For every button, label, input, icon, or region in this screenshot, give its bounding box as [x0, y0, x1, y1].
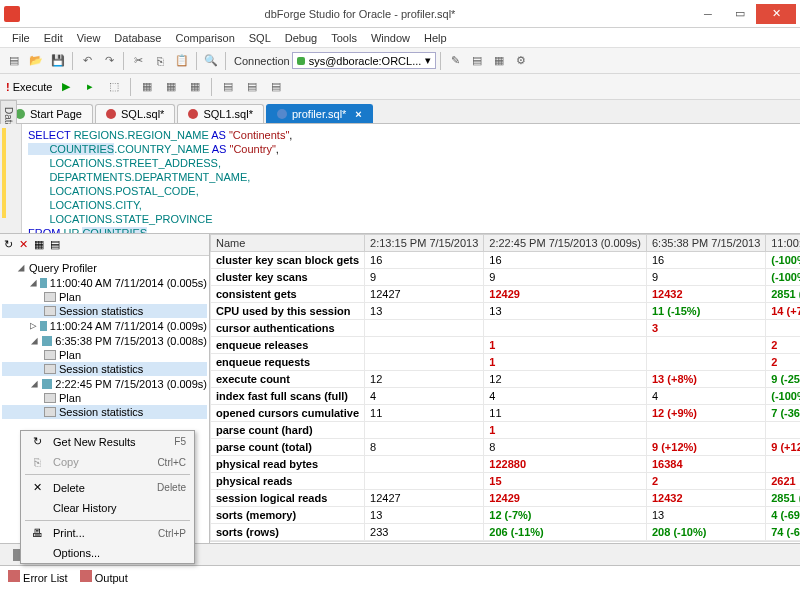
delete-icon[interactable]: ✕: [19, 238, 28, 251]
ctx-options-[interactable]: Options...: [21, 543, 194, 563]
tree-root[interactable]: ◢Query Profiler: [2, 260, 207, 275]
status-error-list[interactable]: Error List: [8, 570, 68, 584]
menu-file[interactable]: File: [6, 30, 36, 46]
stats-grid[interactable]: Name2:13:15 PM 7/15/20132:22:45 PM 7/15/…: [210, 234, 800, 543]
table-row[interactable]: parse count (total)889 (+12%)9 (+12%): [211, 439, 801, 456]
menu-view[interactable]: View: [71, 30, 107, 46]
window-title: dbForge Studio for Oracle - profiler.sql…: [28, 8, 692, 20]
table-row[interactable]: cluster key scans999(-100%): [211, 269, 801, 286]
tree-stats[interactable]: Session statistics: [2, 304, 207, 318]
maximize-button[interactable]: ▭: [724, 4, 756, 24]
table-row[interactable]: physical reads1522621: [211, 473, 801, 490]
menu-comparison[interactable]: Comparison: [169, 30, 240, 46]
new-icon[interactable]: ▤: [4, 51, 24, 71]
tool-c-icon[interactable]: ▦: [489, 51, 509, 71]
tree-plan[interactable]: Plan: [2, 348, 207, 362]
filter-icon[interactable]: ▦: [34, 238, 44, 251]
tree-plan[interactable]: Plan: [2, 391, 207, 405]
run-icon[interactable]: ▶: [56, 77, 76, 97]
column-header[interactable]: 2:13:15 PM 7/15/2013: [365, 235, 484, 252]
search-icon[interactable]: 🔍: [201, 51, 221, 71]
execute-button[interactable]: !Execute: [6, 81, 52, 93]
tb-icon[interactable]: ▦: [161, 77, 181, 97]
menu-tools[interactable]: Tools: [325, 30, 363, 46]
table-row[interactable]: execute count121213 (+8%)9 (-25%): [211, 371, 801, 388]
table-row[interactable]: session logical reads1242712429124322851…: [211, 490, 801, 507]
sql-toolbar: !Execute ▶ ▸ ⬚ ▦ ▦ ▦ ▤ ▤ ▤: [0, 74, 800, 100]
tab-SQL1-sql-[interactable]: SQL1.sql*: [177, 104, 264, 123]
tree-stats[interactable]: Session statistics: [2, 362, 207, 376]
tool-d-icon[interactable]: ⚙: [511, 51, 531, 71]
cut-icon[interactable]: ✂: [128, 51, 148, 71]
ctx-delete[interactable]: ✕DeleteDelete: [21, 477, 194, 498]
menu-edit[interactable]: Edit: [38, 30, 69, 46]
save-icon[interactable]: 💾: [48, 51, 68, 71]
connection-status-icon: [297, 57, 305, 65]
table-row[interactable]: enqueue requests12: [211, 354, 801, 371]
table-row[interactable]: index fast full scans (full)444(-100%): [211, 388, 801, 405]
tb-icon[interactable]: ▦: [137, 77, 157, 97]
paste-icon[interactable]: 📋: [172, 51, 192, 71]
table-row[interactable]: enqueue releases12: [211, 337, 801, 354]
status-bar: Error List Output: [0, 566, 800, 588]
ctx-clear-history[interactable]: Clear History: [21, 498, 194, 518]
table-row[interactable]: physical read bytes12288016384: [211, 456, 801, 473]
menu-help[interactable]: Help: [418, 30, 453, 46]
menu-database[interactable]: Database: [108, 30, 167, 46]
table-row[interactable]: sorts (rows)233206 (-11%)208 (-10%)74 (-…: [211, 524, 801, 541]
undo-icon[interactable]: ↶: [77, 51, 97, 71]
tree-stats[interactable]: Session statistics: [2, 405, 207, 419]
tab-Start-Page[interactable]: Start Page: [4, 104, 93, 123]
column-header[interactable]: 6:35:38 PM 7/15/2013: [647, 235, 766, 252]
menu-sql[interactable]: SQL: [243, 30, 277, 46]
table-row[interactable]: opened cursors cumulative111112 (+9%)7 (…: [211, 405, 801, 422]
close-button[interactable]: ✕: [756, 4, 796, 24]
tree-plan[interactable]: Plan: [2, 290, 207, 304]
file-icon: [188, 109, 198, 119]
tool-b-icon[interactable]: ▤: [467, 51, 487, 71]
redo-icon[interactable]: ↷: [99, 51, 119, 71]
sql-editor[interactable]: SELECT REGIONS.REGION_NAME AS "Continent…: [0, 124, 800, 234]
column-header[interactable]: 11:00:40 AM 7/11/2014: [766, 235, 800, 252]
menu-debug[interactable]: Debug: [279, 30, 323, 46]
step-icon[interactable]: ▸: [80, 77, 100, 97]
ctx-icon: ✕: [29, 481, 45, 494]
export-icon[interactable]: ▤: [50, 238, 60, 251]
tree-session[interactable]: ▷11:00:24 AM 7/11/2014 (0.009s): [2, 318, 207, 333]
copy-icon[interactable]: ⎘: [150, 51, 170, 71]
close-icon[interactable]: ×: [355, 108, 361, 120]
table-row[interactable]: parse count (hard)1: [211, 422, 801, 439]
tb-icon[interactable]: ▤: [266, 77, 286, 97]
menu-window[interactable]: Window: [365, 30, 416, 46]
table-row[interactable]: sorts (memory)1312 (-7%)134 (-69%): [211, 507, 801, 524]
table-row[interactable]: cursor authentications3: [211, 320, 801, 337]
tb-icon[interactable]: ▦: [185, 77, 205, 97]
titlebar: dbForge Studio for Oracle - profiler.sql…: [0, 0, 800, 28]
table-row[interactable]: CPU used by this session131311 (-15%)14 …: [211, 303, 801, 320]
column-header[interactable]: Name: [211, 235, 365, 252]
tool-a-icon[interactable]: ✎: [445, 51, 465, 71]
minimize-button[interactable]: ─: [692, 4, 724, 24]
file-icon: [277, 109, 287, 119]
table-row[interactable]: consistent gets1242712429124322851 (-77%…: [211, 286, 801, 303]
ctx-get-new-results[interactable]: ↻Get New ResultsF5: [21, 431, 194, 452]
tab-profiler-sql-[interactable]: profiler.sql*×: [266, 104, 373, 123]
tb-icon[interactable]: ▤: [218, 77, 238, 97]
tab-SQL-sql-[interactable]: SQL.sql*: [95, 104, 175, 123]
tree-session[interactable]: ◢6:35:38 PM 7/15/2013 (0.008s): [2, 333, 207, 348]
column-header[interactable]: 2:22:45 PM 7/15/2013 (0.009s): [484, 235, 647, 252]
ctx-print-[interactable]: 🖶Print...Ctrl+P: [21, 523, 194, 543]
tree-session[interactable]: ◢11:00:40 AM 7/11/2014 (0.005s): [2, 275, 207, 290]
tb-icon[interactable]: ▤: [242, 77, 262, 97]
context-menu: ↻Get New ResultsF5⎘CopyCtrl+C✕DeleteDele…: [20, 430, 195, 564]
tree-session[interactable]: ◢2:22:45 PM 7/15/2013 (0.009s): [2, 376, 207, 391]
stop-icon[interactable]: ⬚: [104, 77, 124, 97]
table-row[interactable]: cluster key scan block gets161616(-100%): [211, 252, 801, 269]
connection-selector[interactable]: sys@dboracle:ORCL... ▾: [292, 52, 437, 69]
status-output[interactable]: Output: [80, 570, 128, 584]
menubar: FileEditViewDatabaseComparisonSQLDebugTo…: [0, 28, 800, 48]
open-icon[interactable]: 📂: [26, 51, 46, 71]
ctx-icon: ⎘: [29, 456, 45, 468]
main-toolbar: ▤ 📂 💾 ↶ ↷ ✂ ⎘ 📋 🔍 Connection sys@dboracl…: [0, 48, 800, 74]
refresh-icon[interactable]: ↻: [4, 238, 13, 251]
